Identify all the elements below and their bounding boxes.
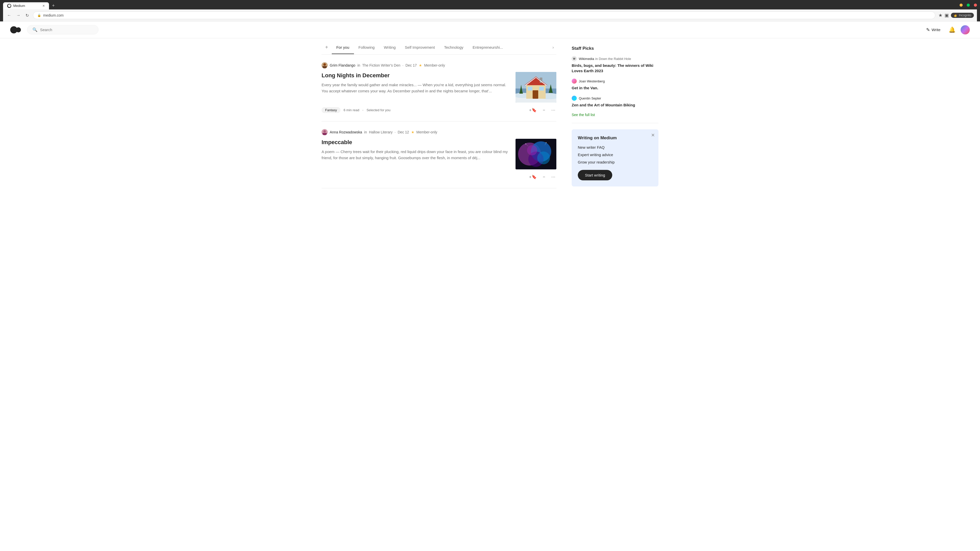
author-name[interactable]: Anna Rozwadowska — [330, 130, 362, 134]
member-badge: ★ — [411, 130, 414, 134]
grow-readership-link[interactable]: Grow your readership — [578, 160, 652, 164]
article-date: Dec 17 — [406, 63, 417, 67]
tab-entrepreneurship[interactable]: Entrepreneurshi... — [468, 43, 508, 54]
medium-logo[interactable] — [10, 26, 21, 33]
write-button[interactable]: ✎ Write — [923, 25, 943, 34]
in-label: in — [364, 130, 367, 134]
sidebar: Staff Picks W Wikimedia in Down the Rabb… — [572, 38, 659, 188]
article-title[interactable]: Long Nights in December — [321, 72, 509, 79]
browser-tab-medium[interactable]: Medium ✕ — [3, 2, 49, 10]
article-title[interactable]: Impeccable — [321, 139, 509, 146]
add-topic-button[interactable]: + — [321, 42, 332, 54]
svg-point-27 — [537, 151, 550, 164]
staff-pick-title[interactable]: Get in the Van. — [572, 85, 659, 91]
bookmark-button[interactable]: +🔖 — [528, 173, 538, 180]
staff-pick-title[interactable]: Birds, bugs, and beauty: The winners of … — [572, 63, 659, 73]
search-input[interactable] — [40, 27, 93, 32]
staff-pick-author-name: Quentin Septer — [579, 97, 601, 100]
staff-pick-author-name: Joan Westenberg — [579, 79, 605, 83]
staff-picks-title: Staff Picks — [572, 46, 659, 51]
close-btn[interactable] — [974, 3, 977, 6]
staff-pick-author: Joan Westenberg — [572, 79, 659, 84]
see-full-list-link[interactable]: See the full list — [572, 113, 659, 117]
back-btn[interactable]: ← — [6, 12, 12, 19]
article-excerpt: Every year the family would gather and m… — [321, 82, 509, 94]
logo-circles — [10, 26, 21, 33]
svg-rect-12 — [539, 87, 544, 91]
new-tab-btn[interactable]: + — [50, 2, 57, 10]
write-icon: ✎ — [926, 27, 930, 33]
tab-following[interactable]: Following — [354, 43, 379, 54]
article-date: Dec 12 — [398, 130, 409, 134]
article-card: Grim Flandango in The Fiction Writer's D… — [321, 55, 556, 121]
article-body: Impeccable A poem — Cherry trees wait fo… — [321, 139, 556, 169]
article-actions: +🔖 − ⋯ — [528, 173, 556, 180]
publication-name[interactable]: Hallow Literary — [369, 130, 393, 134]
more-topics-button[interactable]: › — [550, 43, 556, 54]
staff-pick-author: Quentin Septer — [572, 96, 659, 101]
window-controls — [959, 3, 977, 8]
svg-point-26 — [527, 145, 537, 156]
svg-point-30 — [525, 143, 526, 144]
staff-pick-title[interactable]: Zen and the Art of Mountain Biking — [572, 102, 659, 108]
bookmark-button[interactable]: +🔖 — [528, 106, 538, 114]
dislike-button[interactable]: − — [542, 174, 546, 180]
header-right: ✎ Write 🔔 — [923, 25, 970, 35]
footer-separator: · — [363, 108, 363, 113]
logo-circle-small — [16, 27, 21, 32]
tab-writing[interactable]: Writing — [379, 43, 400, 54]
main-container: + For you Following Writing Self Improve… — [311, 38, 669, 188]
article-actions: +🔖 − ⋯ — [528, 106, 556, 114]
article-tag[interactable]: Fantasy — [321, 107, 340, 113]
staff-pick-author: W Wikimedia in Down the Rabbit Hole — [572, 56, 659, 61]
pick-publication: Down the Rabbit Hole — [599, 57, 631, 61]
address-bar[interactable]: 🔒 medium.com — [33, 11, 935, 19]
staff-pick-item[interactable]: Joan Westenberg Get in the Van. — [572, 79, 659, 91]
incognito-label: Incognito — [959, 14, 971, 17]
reload-btn[interactable]: ↻ — [24, 12, 30, 19]
star-icon[interactable]: ★ — [939, 13, 942, 18]
staff-pick-item[interactable]: W Wikimedia in Down the Rabbit Hole Bird… — [572, 56, 659, 73]
new-writer-faq-link[interactable]: New writer FAQ — [578, 145, 652, 149]
maximize-btn[interactable] — [967, 3, 970, 6]
member-label: Member-only — [417, 130, 438, 134]
article-thumbnail[interactable] — [515, 72, 556, 103]
avatar[interactable] — [961, 25, 970, 35]
svg-point-31 — [546, 142, 547, 143]
browser-toolbar: ← → ↻ 🔒 medium.com ★ ▣ 🧑 Incognito — [3, 10, 977, 21]
staff-pick-author-info: Wikimedia in Down the Rabbit Hole — [579, 56, 631, 61]
expert-writing-advice-link[interactable]: Expert writing advice — [578, 152, 652, 157]
lock-icon: 🔒 — [37, 14, 41, 17]
member-label: Member-only — [424, 63, 445, 67]
notifications-button[interactable]: 🔔 — [948, 27, 956, 33]
forward-btn[interactable]: → — [15, 12, 21, 19]
start-writing-button[interactable]: Start writing — [578, 170, 612, 180]
tab-for-you[interactable]: For you — [332, 43, 354, 54]
svg-rect-10 — [533, 90, 538, 99]
feed-section: + For you Following Writing Self Improve… — [321, 38, 556, 188]
minimize-btn[interactable] — [959, 3, 963, 6]
article-excerpt: A poem — Cherry trees wait for their plu… — [321, 149, 509, 161]
browser-tab-bar: Medium ✕ + — [3, 2, 977, 10]
search-bar[interactable]: 🔍 — [27, 25, 99, 35]
writing-card-close-button[interactable]: ✕ — [651, 133, 655, 138]
publication-name[interactable]: The Fiction Writer's Den — [362, 63, 400, 67]
svg-rect-2 — [323, 66, 327, 68]
search-icon: 🔍 — [32, 27, 38, 32]
tab-close-btn[interactable]: ✕ — [42, 4, 45, 8]
more-options-button[interactable]: ⋯ — [550, 173, 556, 180]
svg-point-1 — [323, 63, 326, 66]
article-thumbnail[interactable] — [515, 139, 556, 169]
sidebar-icon[interactable]: ▣ — [945, 13, 949, 18]
browser-chrome: Medium ✕ + ← → ↻ 🔒 medium.com ★ ▣ 🧑 Inco… — [0, 0, 980, 21]
tab-technology[interactable]: Technology — [439, 43, 468, 54]
more-options-button[interactable]: ⋯ — [550, 106, 556, 114]
svg-rect-11 — [528, 87, 532, 91]
article-meta: Anna Rozwadowska in Hallow Literary · De… — [321, 129, 556, 135]
incognito-icon: 🧑 — [953, 14, 957, 17]
staff-pick-author-name: Wikimedia — [579, 57, 594, 61]
dislike-button[interactable]: − — [542, 107, 546, 114]
author-name[interactable]: Grim Flandango — [330, 63, 355, 67]
staff-pick-item[interactable]: Quentin Septer Zen and the Art of Mounta… — [572, 96, 659, 108]
tab-self-improvement[interactable]: Self Improvement — [400, 43, 439, 54]
